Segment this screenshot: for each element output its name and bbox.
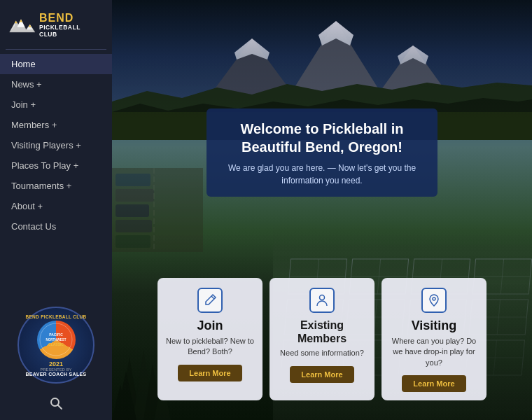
parking-lot — [112, 168, 203, 252]
search-button[interactable] — [49, 396, 63, 410]
sidebar: BEND PICKLEBALLCLUB Home News + Join + M… — [0, 0, 112, 420]
badge-circle: PACIFIC NORTHWEST CLASSIC — [37, 321, 76, 359]
svg-rect-71 — [115, 235, 150, 248]
nav-item-members[interactable]: Members + — [0, 115, 112, 135]
svg-rect-67 — [115, 174, 150, 186]
join-card-title: Join — [197, 318, 223, 333]
logo-area: BEND PICKLEBALLCLUB — [0, 7, 112, 46]
nav-link-news[interactable]: News + — [0, 74, 112, 94]
visiting-card-body: Where can you play? Do we have drop-in p… — [390, 336, 478, 368]
badge-sponsor-name: BEAVER COACH SALES — [26, 372, 87, 377]
nav-link-contact[interactable]: Contact Us — [0, 216, 112, 237]
members-card: Existing Members Need some information? … — [270, 278, 374, 400]
members-card-title: Existing Members — [278, 318, 366, 345]
search-icon — [49, 396, 63, 410]
svg-text:NORTHWEST: NORTHWEST — [46, 338, 66, 342]
svg-point-75 — [433, 298, 435, 300]
nav-link-tournaments[interactable]: Tournaments + — [0, 176, 112, 196]
svg-line-12 — [58, 405, 62, 410]
search-area[interactable] — [49, 389, 63, 420]
join-card-body: New to pickleball? New to Bend? Both? — [166, 336, 254, 358]
main-content: Welcome to Pickleball in Beautiful Bend,… — [112, 0, 532, 420]
nav-item-places-to-play[interactable]: Places To Play + — [0, 155, 112, 176]
join-learn-more-button[interactable]: Learn More — [178, 365, 241, 382]
logo-text: BEND PICKLEBALLCLUB — [39, 13, 80, 38]
svg-rect-69 — [115, 204, 149, 217]
members-card-icon — [309, 288, 335, 313]
visiting-learn-more-button[interactable]: Learn More — [402, 375, 465, 392]
svg-rect-68 — [115, 189, 154, 202]
nav-link-join[interactable]: Join + — [0, 94, 112, 115]
nav-item-news[interactable]: News + — [0, 74, 112, 94]
svg-text:CLASSIC: CLASSIC — [48, 342, 64, 346]
welcome-title: Welcome to Pickleball in Beautiful Bend,… — [223, 120, 421, 156]
person-icon — [315, 293, 329, 307]
nav-item-about[interactable]: About + — [0, 196, 112, 216]
nav-link-home[interactable]: Home — [0, 54, 112, 74]
welcome-subtitle: We are glad you are here. — Now let's ge… — [223, 162, 421, 187]
nav-link-visiting-players[interactable]: Visiting Players + — [0, 135, 112, 155]
badge-year: 2021 — [49, 360, 63, 368]
logo-pickleball-text: PICKLEBALLCLUB — [39, 24, 80, 38]
logo-mountain-icon — [7, 17, 35, 34]
nav-item-join[interactable]: Join + — [0, 94, 112, 115]
join-card: Join New to pickleball? New to Bend? Bot… — [158, 278, 262, 400]
nav-item-home[interactable]: Home — [0, 54, 112, 74]
svg-marker-5 — [20, 20, 22, 22]
visiting-card-icon — [421, 288, 447, 313]
svg-line-73 — [211, 296, 214, 299]
svg-text:PACIFIC: PACIFIC — [49, 332, 63, 337]
members-card-body: Need some information? — [280, 348, 364, 358]
visiting-card: Visiting Where can you play? Do we have … — [382, 278, 486, 400]
svg-point-74 — [320, 295, 325, 300]
sidebar-divider — [6, 49, 106, 50]
pencil-icon — [203, 293, 217, 307]
nav-item-contact[interactable]: Contact Us — [0, 216, 112, 237]
nav-link-about[interactable]: About + — [0, 196, 112, 216]
nav-link-places-to-play[interactable]: Places To Play + — [0, 155, 112, 176]
nav-link-members[interactable]: Members + — [0, 115, 112, 135]
logo-bend-text: BEND — [39, 13, 80, 24]
event-badge: BEND PICKLEBALL CLUB PACIFIC NORTHWEST C… — [18, 307, 94, 384]
members-learn-more-button[interactable]: Learn More — [290, 366, 354, 383]
location-pin-icon — [427, 293, 441, 307]
svg-rect-70 — [115, 220, 152, 232]
cards-row: Join New to pickleball? New to Bend? Bot… — [112, 278, 532, 400]
join-card-icon — [197, 288, 223, 313]
visiting-card-title: Visiting — [412, 318, 457, 333]
nav-item-visiting-players[interactable]: Visiting Players + — [0, 135, 112, 155]
welcome-panel: Welcome to Pickleball in Beautiful Bend,… — [206, 108, 438, 197]
badge-club-name: BEND PICKLEBALL CLUB — [25, 314, 86, 319]
nav-item-tournaments[interactable]: Tournaments + — [0, 176, 112, 196]
nav-menu: Home News + Join + Members + Visiting Pl… — [0, 54, 112, 301]
